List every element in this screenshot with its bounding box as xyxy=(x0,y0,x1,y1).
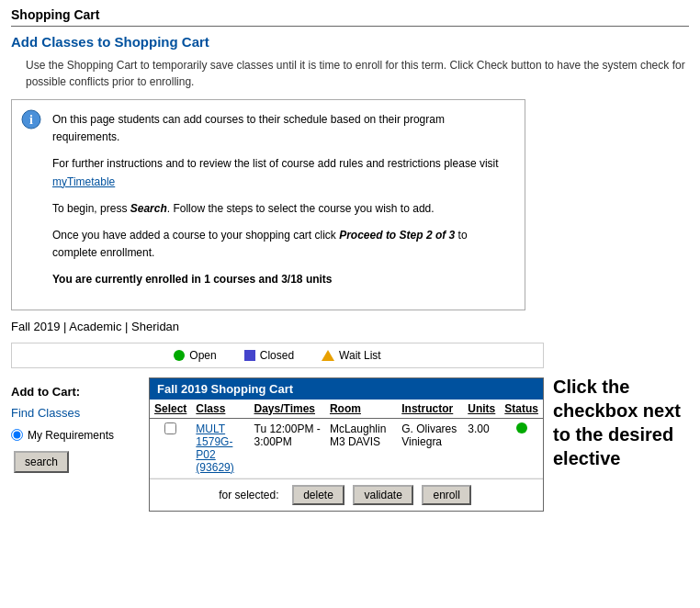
validate-button[interactable]: validate xyxy=(353,485,412,505)
delete-button[interactable]: delete xyxy=(292,485,344,505)
legend-closed: Closed xyxy=(244,349,294,362)
search-button[interactable]: search xyxy=(14,451,69,473)
info-para2: For further instructions and to review t… xyxy=(52,155,514,190)
class-link[interactable]: MULT 1579G-P02 (93629) xyxy=(196,422,233,474)
legend-bar: Open Closed Wait List xyxy=(11,343,544,368)
row-status xyxy=(500,418,543,478)
page-title: Shopping Cart xyxy=(11,7,689,27)
sidebar-instruction: Click the checkbox next to the desired e… xyxy=(553,375,700,470)
row-days: Tu 12:00PM - 3:00PM xyxy=(250,418,325,478)
open-label: Open xyxy=(189,349,216,362)
legend-open: Open xyxy=(174,349,216,362)
open-dot-icon xyxy=(174,350,185,361)
col-units: Units xyxy=(463,400,500,419)
info-box: i On this page students can add courses … xyxy=(11,99,525,310)
main-layout: Add to Cart: Find Classes My Requirement… xyxy=(11,377,544,512)
row-instructor: G. Olivares Viniegra xyxy=(397,418,463,478)
enroll-button[interactable]: enroll xyxy=(422,485,470,505)
legend-waitlist: Wait List xyxy=(322,349,381,362)
my-requirements-text: My Requirements xyxy=(28,429,114,442)
col-instructor: Instructor xyxy=(397,400,463,419)
for-selected-label: for selected: xyxy=(219,489,278,501)
bottom-actions: for selected: delete validate enroll xyxy=(150,479,543,511)
add-to-cart-label: Add to Cart: xyxy=(11,385,149,399)
cart-table: Select Class Days/Times Room Instructor … xyxy=(150,400,543,479)
left-panel: Add to Cart: Find Classes My Requirement… xyxy=(11,377,149,512)
info-icon: i xyxy=(21,109,41,129)
row-class: MULT 1579G-P02 (93629) xyxy=(191,418,249,478)
col-class: Class xyxy=(191,400,249,419)
info-para1: On this page students can add courses to… xyxy=(52,111,514,146)
info-para4: Once you have added a course to your sho… xyxy=(52,227,514,262)
find-classes-label[interactable]: Find Classes xyxy=(11,406,149,420)
col-days: Days/Times xyxy=(250,400,325,419)
my-requirements-row: My Requirements xyxy=(11,429,149,442)
row-checkbox[interactable] xyxy=(164,422,176,434)
col-status: Status xyxy=(500,400,543,419)
cart-panel: Fall 2019 Shopping Cart Select Class Day… xyxy=(149,377,544,512)
enrolled-text: You are currently enrolled in 1 courses … xyxy=(52,271,514,288)
closed-label: Closed xyxy=(260,349,294,362)
col-select: Select xyxy=(150,400,191,419)
section-title: Add Classes to Shopping Cart xyxy=(11,34,689,50)
my-requirements-radio[interactable] xyxy=(11,429,23,441)
waitlist-label: Wait List xyxy=(339,349,381,362)
svg-text:i: i xyxy=(29,113,33,127)
closed-dot-icon xyxy=(244,350,255,361)
col-room: Room xyxy=(325,400,397,419)
row-units: 3.00 xyxy=(463,418,500,478)
table-row: MULT 1579G-P02 (93629) Tu 12:00PM - 3:00… xyxy=(150,418,543,478)
cart-header: Fall 2019 Shopping Cart xyxy=(150,378,543,400)
term-label: Fall 2019 | Academic | Sheridan xyxy=(11,320,689,333)
row-room: McLaughlin M3 DAVIS xyxy=(325,418,397,478)
status-open-icon xyxy=(516,422,527,433)
info-content: On this page students can add courses to… xyxy=(52,111,514,289)
row-select xyxy=(150,418,191,478)
intro-text: Use the Shopping Cart to temporarily sav… xyxy=(26,57,689,90)
info-para3: To begin, press Search. Follow the steps… xyxy=(52,200,514,218)
waitlist-triangle-icon xyxy=(322,350,334,361)
my-timetable-link[interactable]: myTimetable xyxy=(52,175,115,188)
